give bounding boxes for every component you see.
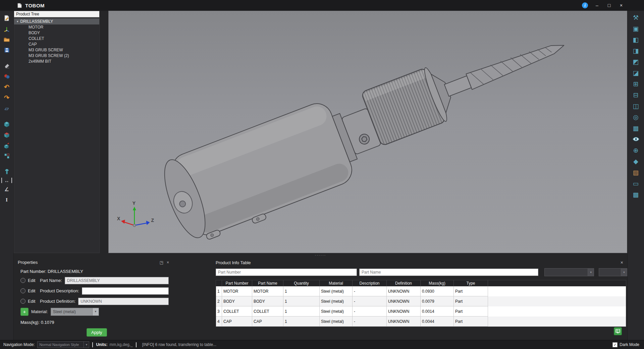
open-file-icon[interactable] [2, 35, 11, 44]
edit-part-name-radio[interactable] [20, 278, 25, 283]
table-cell[interactable]: UNKNOWN [387, 296, 421, 306]
table-cell[interactable]: 1 [283, 296, 320, 306]
product-definition-input[interactable] [78, 298, 169, 305]
table-cell[interactable]: BODY [222, 296, 252, 306]
table-cell[interactable]: UNKNOWN [387, 286, 421, 296]
table-cell[interactable]: CAP [222, 316, 252, 327]
expander-icon[interactable]: ▾ [17, 18, 18, 24]
new-sketch-icon[interactable] [2, 13, 11, 22]
text-annotation-icon[interactable]: I [2, 195, 11, 205]
pattern-icon[interactable] [2, 152, 11, 161]
splitter-handle-dots[interactable]: ······ [315, 253, 326, 257]
column-header-type[interactable]: Type [454, 280, 488, 286]
add-material-button[interactable]: + [20, 308, 29, 316]
wireframe-icon[interactable]: ▦ [632, 124, 640, 132]
table-cell[interactable]: Part [454, 306, 488, 316]
tree-item-collet[interactable]: COLLET [14, 36, 99, 42]
table-cell[interactable]: Part [454, 286, 488, 296]
display-settings-icon[interactable]: ▭ [632, 179, 640, 188]
chevron-down-icon[interactable]: ▼ [84, 342, 89, 348]
chevron-down-icon[interactable]: ▼ [588, 269, 594, 276]
tree-item-body[interactable]: BODY [14, 30, 99, 36]
table-cell[interactable]: Steel (metal) [320, 296, 353, 306]
table-cell[interactable]: 0.0079 [421, 296, 454, 306]
filter-dropdown-1[interactable]: ▼ [544, 268, 594, 276]
product-description-input[interactable] [82, 287, 169, 295]
minimize-button[interactable]: – [591, 0, 603, 11]
export-table-button[interactable] [614, 327, 622, 335]
zoom-window-icon[interactable]: ◎ [632, 113, 640, 121]
view-front-icon[interactable]: ◧ [632, 35, 640, 44]
measure-length-icon[interactable]: ↔ [1, 178, 12, 183]
revolve-cut-icon[interactable] [2, 130, 11, 139]
material-paint-icon[interactable] [2, 72, 11, 81]
view-top-icon[interactable]: ⊞ [632, 79, 640, 88]
close-panel-icon[interactable]: × [167, 260, 169, 265]
edit-description-radio[interactable] [20, 288, 25, 293]
maximize-button[interactable]: □ [603, 0, 615, 11]
table-cell[interactable]: 0.0930 [421, 286, 454, 296]
save-icon[interactable] [2, 46, 11, 55]
table-cell[interactable]: 0.0014 [421, 306, 454, 316]
table-cell[interactable]: MOTOR [252, 286, 283, 296]
view-bottom-icon[interactable]: ⊟ [632, 91, 640, 99]
table-cell[interactable]: - [353, 296, 387, 306]
tree-item-drillassembly[interactable]: ▾ DRILLASSEMBLY [14, 18, 99, 24]
3d-viewport[interactable]: Y X Z [108, 11, 627, 253]
coordinate-system-icon[interactable]: ⊕ [632, 146, 640, 155]
table-row-motor[interactable]: 1 MOTOR MOTOR 1 Steel (metal) - UNKNOWN … [216, 286, 626, 296]
view-right-icon[interactable]: ◪ [632, 68, 640, 77]
measure-angle-icon[interactable]: ∠ [2, 185, 11, 194]
row-header[interactable]: 3 [216, 306, 222, 316]
tools-icon[interactable]: ⚒ [632, 13, 640, 22]
tree-item-cap[interactable]: CAP [14, 42, 99, 47]
fastener-icon[interactable] [2, 167, 11, 176]
redo-icon[interactable]: ↷ [2, 93, 11, 102]
dark-mode-checkbox[interactable]: ✓ [612, 342, 618, 347]
close-table-panel-icon[interactable]: × [621, 260, 623, 265]
column-header-part-name[interactable]: Part Name [252, 280, 283, 286]
table-cell[interactable]: Steel (metal) [320, 306, 353, 316]
move-view-icon[interactable]: ◆ [632, 157, 640, 166]
visibility-icon[interactable] [632, 135, 640, 143]
navigation-mode-select[interactable]: Normal Navigation Style ▼ [37, 341, 89, 348]
material-select[interactable]: Steel (metal) ▼ [51, 308, 99, 316]
table-cell[interactable]: CAP [252, 316, 283, 327]
column-header-material[interactable]: Material [320, 280, 353, 286]
tree-item-m3-grub-screw-2[interactable]: M3 GRUB SCREW (2) [14, 53, 99, 59]
tree-item-2x49mm-bit[interactable]: 2x49MM BIT [14, 59, 99, 64]
table-cell[interactable]: UNKNOWN [387, 306, 421, 316]
horizontal-splitter[interactable]: ······ [14, 253, 627, 257]
table-row-collet[interactable]: 3 COLLET COLLET 1 Steel (metal) - UNKNOW… [216, 306, 626, 316]
table-cell[interactable]: 1 [283, 286, 320, 296]
fit-view-icon[interactable]: ▣ [632, 24, 640, 33]
apply-button[interactable]: Apply [87, 328, 107, 337]
filter-dropdown-2[interactable]: ▼ [599, 268, 627, 276]
part-name-input[interactable] [65, 277, 169, 284]
table-cell[interactable]: MOTOR [222, 286, 252, 296]
section-view-icon[interactable]: ▩ [632, 190, 640, 199]
view-left-icon[interactable]: ◩ [632, 57, 640, 66]
row-header[interactable]: 2 [216, 296, 222, 306]
info-button[interactable]: i [579, 0, 591, 11]
view-iso-icon[interactable]: ◫ [632, 102, 640, 110]
float-panel-icon[interactable]: ◳ [160, 260, 163, 265]
row-header[interactable]: 1 [216, 286, 222, 296]
table-cell[interactable]: - [353, 286, 387, 296]
chevron-down-icon[interactable]: ▼ [92, 308, 99, 315]
table-cell[interactable]: BODY [252, 296, 283, 306]
column-header-description[interactable]: Description [353, 280, 387, 286]
erase-icon[interactable] [2, 61, 11, 70]
column-header-part-number[interactable]: Part Number [222, 280, 252, 286]
import-model-icon[interactable] [2, 24, 11, 33]
extrude-icon[interactable] [2, 119, 11, 128]
view-back-icon[interactable]: ◨ [632, 46, 640, 55]
table-cell[interactable]: UNKNOWN [387, 316, 421, 327]
tree-item-motor[interactable]: MOTOR [14, 24, 99, 30]
table-cell[interactable]: - [353, 306, 387, 316]
column-header-definition[interactable]: Definition [387, 280, 421, 286]
table-cell[interactable]: 0.0044 [421, 316, 454, 327]
table-cell[interactable]: 1 [283, 316, 320, 327]
render-icon[interactable]: ▨ [632, 168, 640, 177]
table-cell[interactable]: COLLET [252, 306, 283, 316]
